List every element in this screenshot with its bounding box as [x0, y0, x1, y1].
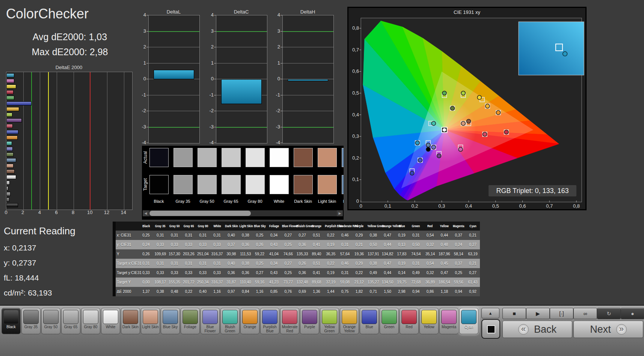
table-row: Target y:CIE310,330,330,330,330,330,330,… — [116, 268, 480, 278]
patch-label: Gray 35 — [22, 325, 40, 329]
data-cell: 0,47 — [380, 259, 395, 268]
data-cell: 0,21 — [466, 231, 480, 240]
data-cell: 0,43 — [267, 240, 281, 249]
data-cell: 1,18 — [437, 287, 451, 296]
col-header: Yellow Green — [366, 222, 380, 231]
data-cell: 251,04 — [196, 249, 210, 259]
col-header: Dark Skin — [224, 222, 238, 231]
target-swatch-gray-35 — [173, 175, 193, 194]
target-swatch-gray-50 — [198, 175, 217, 194]
data-cell: 0,31 — [338, 268, 352, 278]
toolbar-patch-foliage[interactable]: Foliage — [181, 308, 200, 334]
deltae-bar-gray-50 — [6, 192, 11, 196]
target-swatch-dark-skin — [294, 175, 313, 194]
reading-y: y: 0,2737 — [4, 258, 36, 267]
cie-xtick: 0,8 — [573, 203, 580, 209]
delta_h-ylabel-3: 3 — [273, 28, 280, 34]
delta_c-ylabel-4: 4 — [206, 12, 214, 18]
toolbar-patch-green[interactable]: Green — [380, 308, 399, 334]
stop-button[interactable]: ■ — [502, 308, 526, 319]
toolbar-patch-blue[interactable]: Blue — [360, 308, 379, 334]
next-button[interactable]: Next» — [573, 321, 643, 338]
reading-x: x: 0,2137 — [4, 243, 36, 252]
deltae-tick-6: 6 — [52, 210, 61, 215]
actual-swatch-white — [270, 148, 289, 167]
swatch-scrollbar[interactable]: ◀▶ — [143, 210, 343, 216]
data-cell: 0,76 — [281, 287, 295, 296]
toolbar-patch-gray-80[interactable]: Gray 80 — [81, 308, 100, 334]
toolbar-patch-gray-65[interactable]: Gray 65 — [61, 308, 80, 334]
scroll-left-arrow[interactable]: ◀ — [143, 210, 149, 216]
toolbar-patch-bluish-green[interactable]: Bluish Green — [220, 308, 240, 334]
delta_c-grid-3 — [216, 31, 267, 32]
toolbar-patch-blue-sky[interactable]: Blue Sky — [161, 308, 180, 334]
toolbar-patch-gray-50[interactable]: Gray 50 — [41, 308, 60, 334]
data-cell: 74,54 — [409, 249, 423, 259]
data-cell: 134,50 — [380, 278, 395, 287]
toolbar-patch-light-skin[interactable]: Light Skin — [141, 308, 160, 334]
toolbar-patch-blue-flower[interactable]: Blue Flower — [201, 308, 220, 334]
patch-chip — [63, 310, 78, 324]
data-cell: 0,29 — [352, 231, 366, 240]
blank-button[interactable]: ● — [621, 308, 644, 319]
target-button[interactable]: [·] — [550, 308, 573, 319]
data-cell: 0,36 — [238, 268, 253, 278]
data-cell: 0,54 — [423, 231, 437, 240]
toolbar-patch-white[interactable]: White — [101, 308, 120, 334]
data-cell: 2,98 — [395, 287, 409, 296]
delta_c-ylabel-0: 0 — [206, 76, 214, 81]
patch-label: Purplish Blue — [261, 325, 279, 333]
yellow-limit-line — [48, 72, 49, 210]
data-cell: 0,33 — [182, 240, 196, 249]
data-cell: 0,44 — [437, 231, 451, 240]
row-header: y: CIE31 — [116, 240, 139, 249]
toolbar-patch-orange-yellow[interactable]: Orange Yellow — [340, 308, 359, 334]
deltae-bar-blue-flower — [6, 147, 13, 151]
target-swatch-gray-80 — [246, 175, 265, 194]
data-cell: 0,86 — [423, 287, 437, 296]
delta_c-ylabel--3: -3 — [206, 124, 214, 130]
data-cell: 19,75 — [395, 278, 409, 287]
toolbar-patch-red[interactable]: Red — [400, 308, 419, 334]
data-cell: 0,31 — [210, 259, 224, 268]
refresh-button[interactable]: ↻ — [597, 308, 621, 319]
scrollbar-thumb[interactable] — [149, 211, 251, 216]
play-button[interactable]: ▶ — [526, 308, 550, 319]
toolbar-patch-yellow[interactable]: Yellow — [419, 308, 439, 334]
delta_l-bar — [154, 70, 194, 80]
toolbar-patch-moderate-red[interactable]: Moderate Red — [280, 308, 299, 334]
delta_l-ytick-4 — [146, 15, 148, 15]
data-cell: 0,34 — [267, 231, 281, 240]
toolbar-patch-cyan[interactable]: Cyan — [459, 308, 478, 334]
loop-button[interactable]: ∞ — [573, 308, 597, 319]
back-button[interactable]: «Back — [502, 321, 572, 338]
reading-fl: fL: 18,444 — [4, 273, 39, 282]
patch-chip — [421, 310, 437, 324]
collapse-button[interactable]: ▲ — [481, 308, 499, 318]
delta_l-grid-1 — [149, 63, 199, 63]
toolbar-patch-dark-skin[interactable]: Dark Skin — [121, 308, 140, 334]
delta_h-chart — [282, 15, 334, 143]
toolbar-patch-yellow-green[interactable]: Yellow Green — [320, 308, 339, 334]
data-cell: 59,08 — [338, 278, 352, 287]
toolbar-patch-orange[interactable]: Orange — [240, 308, 259, 334]
toolbar-patch-magenta[interactable]: Magenta — [439, 308, 458, 334]
patch-label: White — [101, 325, 120, 329]
toolbar-patch-black[interactable]: Black — [2, 308, 21, 334]
window-mode-button[interactable] — [481, 319, 500, 339]
deltae-bar-chart — [6, 72, 133, 210]
toolbar-patch-purple[interactable]: Purple — [300, 308, 319, 334]
scroll-right-arrow[interactable]: ▶ — [337, 210, 343, 216]
swatch-label-light-skin: Light Skin — [316, 199, 338, 204]
toolbar-patch-gray-35[interactable]: Gray 35 — [21, 308, 41, 334]
patch-chip — [182, 310, 198, 324]
delta_l-ylabel-4: 4 — [139, 12, 146, 18]
patch-label: Cyan — [460, 325, 478, 329]
toolbar-patch-purplish-blue[interactable]: Purplish Blue — [260, 308, 279, 334]
target-swatch-black — [149, 175, 169, 194]
deltae-bar-gray-65 — [6, 186, 8, 190]
data-cell: 0,31 — [167, 231, 182, 240]
row-header: x: CIE31 — [116, 231, 139, 240]
deltae-bar-bluish-green — [6, 141, 12, 145]
delta_h-ytick-2 — [281, 47, 282, 47]
